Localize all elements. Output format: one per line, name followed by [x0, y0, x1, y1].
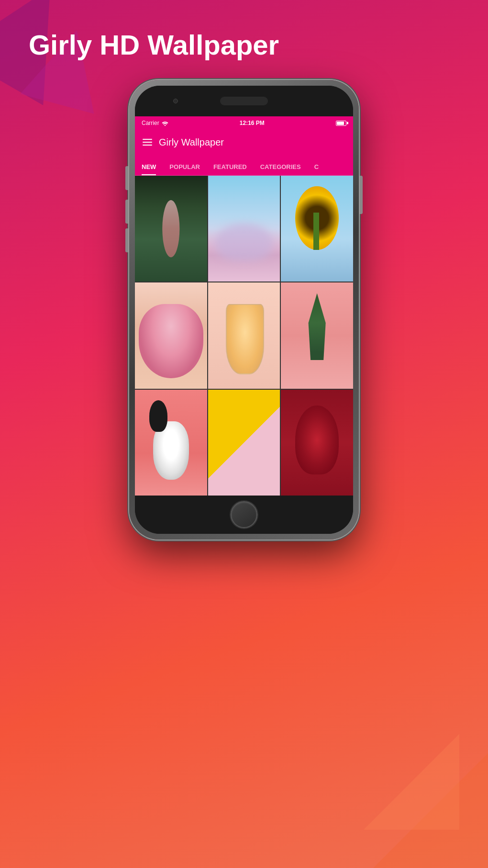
svg-point-0	[164, 124, 165, 125]
hamburger-line-2	[143, 142, 152, 143]
photo-cell-abstract[interactable]	[208, 390, 280, 496]
status-battery	[336, 121, 346, 126]
phone-frame: Carrier 12:16 PM	[129, 80, 359, 540]
status-bar: Carrier 12:16 PM	[135, 116, 353, 130]
page-title: Girly HD Wallpaper	[0, 29, 279, 61]
app-header: Girly Wallpaper	[135, 130, 353, 155]
photo-cell-rose[interactable]	[281, 390, 353, 496]
tab-more[interactable]: C	[308, 163, 325, 175]
phone-speaker	[220, 97, 268, 105]
status-carrier: Carrier	[142, 120, 168, 126]
photo-cell-sky[interactable]	[208, 176, 280, 282]
phone-screen: Carrier 12:16 PM	[135, 116, 353, 496]
photo-cell-dog[interactable]	[135, 390, 207, 496]
tab-popular[interactable]: POPULAR	[163, 163, 207, 175]
hamburger-menu-icon[interactable]	[143, 139, 152, 146]
hamburger-line-1	[143, 139, 152, 140]
tab-bar: NEW POPULAR FEATURED CATEGORIES C	[135, 155, 353, 176]
photo-grid	[135, 176, 353, 496]
battery-icon	[336, 121, 346, 126]
phone-bottom	[135, 496, 353, 534]
home-button[interactable]	[231, 501, 257, 528]
photo-cell-girl[interactable]	[135, 282, 207, 388]
phone-inner: Carrier 12:16 PM	[135, 86, 353, 534]
app-header-title: Girly Wallpaper	[159, 137, 224, 148]
carrier-text: Carrier	[142, 120, 159, 126]
hamburger-line-3	[143, 145, 152, 146]
photo-cell-sunflower[interactable]	[281, 176, 353, 282]
photo-cell-drink[interactable]	[208, 282, 280, 388]
phone-mockup: Carrier 12:16 PM	[129, 80, 359, 540]
wifi-icon	[162, 121, 168, 126]
tab-new[interactable]: NEW	[135, 163, 163, 175]
status-time: 12:16 PM	[240, 120, 265, 126]
photo-cell-leaf[interactable]	[281, 282, 353, 388]
battery-fill	[337, 122, 344, 125]
phone-notch	[135, 86, 353, 116]
photo-cell-tulips[interactable]	[135, 176, 207, 282]
bg-decoration-br2	[364, 734, 459, 830]
tab-featured[interactable]: FEATURED	[207, 163, 254, 175]
tab-categories[interactable]: CATEGORIES	[254, 163, 308, 175]
phone-camera	[173, 99, 178, 103]
